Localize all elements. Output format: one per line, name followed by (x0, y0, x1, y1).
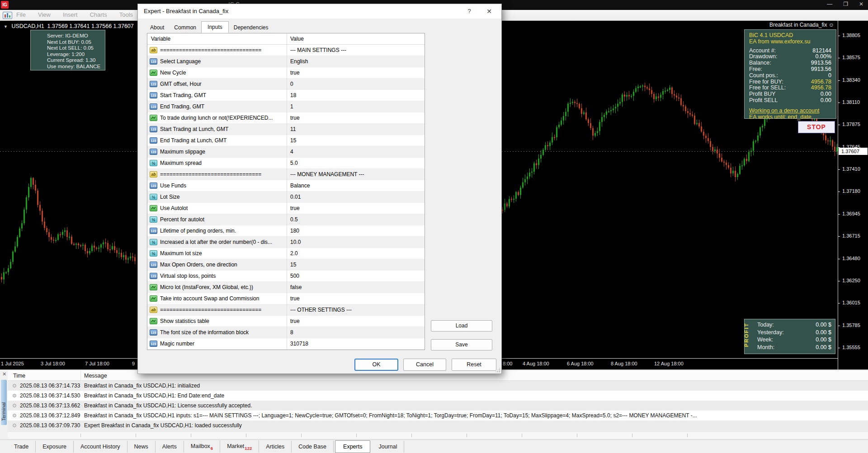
log-message: Expert Breakfast in Canada_fix USDCAD,H1… (84, 420, 242, 430)
param-row[interactable]: 123Max Open Orders, one direction15 (147, 259, 425, 271)
info-value: 0.00 (821, 91, 831, 98)
param-row[interactable]: ab================================--- OT… (147, 304, 425, 316)
param-row[interactable]: 123Magic number310718 (147, 338, 425, 350)
ea-chart-label: Breakfast in Canada_fix ☺ (769, 22, 834, 28)
param-row[interactable]: Show statistics tabletrue (147, 316, 425, 327)
terminal-close-button[interactable]: ✕ (2, 371, 6, 377)
param-row[interactable]: ½Maximum lot size2.0 (147, 248, 425, 259)
info-value: 0 (828, 73, 831, 79)
log-row[interactable]: 2025.08.13 06:37:14.733Breakfast in Cana… (8, 381, 868, 391)
log-row[interactable]: 2025.08.13 06:37:14.530Breakfast in Cana… (8, 391, 868, 401)
param-row[interactable]: 123End Trading at Lunch, GMT15 (147, 135, 425, 146)
menu-tools[interactable]: Tools (119, 11, 133, 18)
dialog-titlebar[interactable]: Expert - Breakfast in Canada_fix ? ✕ (138, 4, 501, 19)
param-value: Balance (290, 180, 310, 191)
log-row[interactable]: 2025.08.13 06:37:13.662Breakfast in Cana… (8, 401, 868, 411)
minimize-button[interactable]: — (827, 1, 832, 7)
terminal-tab-news[interactable]: News (127, 441, 156, 453)
param-value: true (290, 293, 300, 304)
terminal-tab-account-history[interactable]: Account History (74, 441, 127, 453)
tab-common[interactable]: Common (169, 23, 201, 33)
input-type-int-icon: 123 (150, 182, 157, 189)
param-row[interactable]: ab================================--- MA… (147, 45, 425, 56)
param-row[interactable]: Take into account Swap and Commissiontru… (147, 293, 425, 304)
param-row[interactable]: ½Maximum spread5.0 (147, 158, 425, 169)
terminal-tab-market[interactable]: Market122 (220, 440, 259, 453)
param-row[interactable]: ½Increased a lot after the order number(… (147, 237, 425, 248)
terminal-tab-code-base[interactable]: Code Base (292, 441, 334, 453)
param-row[interactable]: Micro lot (InstaForex, XM Global, etc.))… (147, 282, 425, 293)
param-variable: To trade during lunch or not(!EXPERIENCE… (160, 112, 285, 124)
param-row[interactable]: ab================================--- MO… (147, 169, 425, 180)
input-type-int-icon: 123 (150, 341, 157, 347)
param-row[interactable]: 123Use FundsBalance (147, 180, 425, 191)
param-row[interactable]: 123End Trading, GMT1 (147, 101, 425, 112)
dialog-tab-strip: AboutCommonInputsDependencies (145, 22, 273, 33)
terminal-tab-alerts[interactable]: Alerts (156, 441, 184, 453)
menu-file[interactable]: File (16, 11, 26, 18)
server-info-line: Use money: BALANCE (47, 64, 103, 70)
profit-value: 0.00 $ (816, 321, 831, 329)
param-row[interactable]: 123Maximum slippage4 (147, 146, 425, 158)
dialog-help-button[interactable]: ? (462, 4, 477, 19)
param-row[interactable]: Use Autolottrue (147, 203, 425, 214)
save-button[interactable]: Save (431, 339, 492, 350)
param-row[interactable]: 123Start Trading at Lunch, GMT11 (147, 124, 425, 135)
info-label: Free: (749, 66, 762, 73)
info-value: 4956.78 (811, 79, 831, 85)
log-message: Breakfast in Canada_fix USDCAD,H1 inputs… (84, 411, 697, 420)
load-button[interactable]: Load (431, 320, 492, 332)
menu-charts[interactable]: Charts (90, 11, 107, 18)
price-scale-label: 1.35785 (838, 322, 860, 328)
tab-inputs[interactable]: Inputs (201, 21, 229, 33)
terminal-tab-experts[interactable]: Experts (335, 440, 370, 453)
tab-about[interactable]: About (145, 23, 169, 33)
param-value: 11 (290, 124, 296, 135)
terminal-tab-journal[interactable]: Journal (372, 441, 404, 453)
input-type-int-icon: 123 (150, 137, 157, 144)
ok-button[interactable]: OK (354, 359, 398, 371)
cancel-button[interactable]: Cancel (403, 359, 446, 371)
param-value: 0.5 (290, 214, 298, 225)
param-row[interactable]: 123Start Trading, GMT18 (147, 90, 425, 101)
param-row[interactable]: 123GMT offset, Hour0 (147, 79, 425, 90)
param-row[interactable]: ½Percent for autolot0.5 (147, 214, 425, 225)
info-value: 812144 (812, 48, 831, 54)
input-type-int-icon: 123 (150, 81, 157, 87)
horizontal-scrollbar[interactable] (8, 431, 868, 439)
terminal-tab-articles[interactable]: Articles (259, 441, 292, 453)
menu-view[interactable]: View (38, 11, 51, 18)
chart-window-icon[interactable] (3, 12, 12, 19)
param-value: --- MONEY MANAGEMENT --- (290, 169, 364, 180)
param-row[interactable]: New Cycletrue (147, 67, 425, 79)
dialog-close-button[interactable]: ✕ (481, 4, 497, 19)
server-info-box: Server: IG-DEMONext Lot BUY: 0.05Next Lo… (30, 30, 105, 70)
terminal-tab-mailbox[interactable]: Mailbox6 (184, 440, 220, 453)
terminal-tab-exposure[interactable]: Exposure (36, 441, 74, 453)
param-row[interactable]: 123The font size of the information bloc… (147, 327, 425, 338)
terminal-side-tab[interactable]: Terminal (0, 379, 8, 440)
param-row[interactable]: 123Lifetime of pending orders, min.180 (147, 225, 425, 237)
input-type-double-icon: ½ (150, 239, 157, 245)
close-button[interactable]: ✕ (859, 1, 863, 7)
terminal-tab-trade[interactable]: Trade (7, 441, 36, 453)
param-row[interactable]: 123Select LanguageEnglish (147, 56, 425, 67)
stop-button[interactable]: STOP (798, 121, 835, 133)
menu-insert[interactable]: Insert (63, 11, 78, 18)
maximize-button[interactable]: ❐ (843, 1, 848, 7)
profit-label: Today: (757, 321, 774, 329)
input-type-int-icon: 123 (150, 92, 157, 98)
param-row[interactable]: To trade during lunch or not(!EXPERIENCE… (147, 112, 425, 124)
input-type-int-icon: 123 (150, 273, 157, 279)
input-type-double-icon: ½ (150, 160, 157, 166)
tab-dependencies[interactable]: Dependencies (229, 23, 274, 33)
log-row[interactable]: 2025.08.13 06:37:09.730Expert Breakfast … (8, 420, 868, 430)
param-row[interactable]: 123Virtual stop loss, points500 (147, 271, 425, 282)
info-label: Balance: (749, 60, 771, 66)
param-row[interactable]: ½Lot Size0.01 (147, 191, 425, 203)
menubar: FileViewInsertChartsTools (16, 11, 133, 18)
input-type-double-icon: ½ (150, 250, 157, 257)
profit-value: 0.00 $ (816, 329, 831, 336)
log-row[interactable]: 2025.08.13 06:37:12.849Breakfast in Cana… (8, 411, 868, 420)
reset-button[interactable]: Reset (452, 359, 496, 371)
